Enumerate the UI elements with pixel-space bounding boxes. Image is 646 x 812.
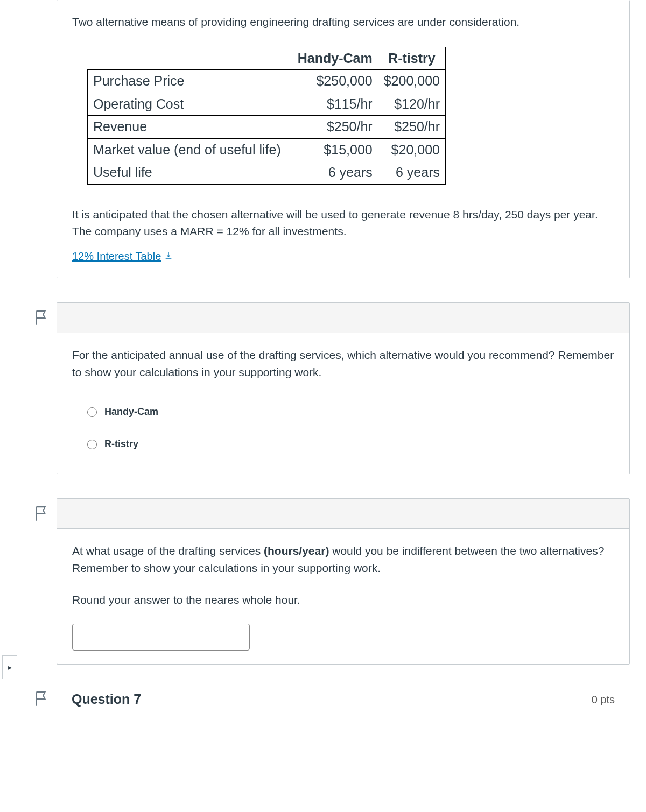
next-question-header: Question 7 0 pts bbox=[57, 689, 630, 710]
round-note: Round your answer to the neares whole ho… bbox=[72, 591, 614, 609]
table-row: Market value (end of useful life) $15,00… bbox=[88, 138, 446, 161]
flag-icon[interactable] bbox=[34, 513, 48, 524]
intro-text: Two alternative means of providing engin… bbox=[72, 13, 614, 31]
download-icon bbox=[164, 248, 173, 264]
next-question-pts: 0 pts bbox=[592, 691, 615, 708]
table-row: Operating Cost $115/hr $120/hr bbox=[88, 93, 446, 116]
table-row: Revenue $250/hr $250/hr bbox=[88, 116, 446, 139]
flag-icon[interactable] bbox=[34, 698, 48, 709]
alternatives-table: Handy-Cam R-tistry Purchase Price $250,0… bbox=[87, 47, 446, 185]
option-label: R-tistry bbox=[104, 437, 138, 451]
radio-handy-cam[interactable] bbox=[87, 407, 97, 417]
flag-icon[interactable] bbox=[34, 317, 48, 328]
hours-input[interactable] bbox=[72, 624, 250, 651]
assumption-text: It is anticipated that the chosen altern… bbox=[72, 206, 614, 240]
table-row: Purchase Price $250,000 $200,000 bbox=[88, 70, 446, 93]
table-header-handy-cam: Handy-Cam bbox=[292, 47, 378, 70]
table-header-r-tistry: R-tistry bbox=[378, 47, 445, 70]
link-label: 12% Interest Table bbox=[72, 248, 161, 264]
table-row: Useful life 6 years 6 years bbox=[88, 161, 446, 185]
question-header bbox=[57, 499, 629, 529]
option-label: Handy-Cam bbox=[104, 405, 158, 419]
question-header bbox=[57, 303, 629, 333]
interest-table-link[interactable]: 12% Interest Table bbox=[72, 248, 173, 264]
sidebar-toggle[interactable]: ▸ bbox=[2, 655, 17, 679]
question-recommend-text: For the anticipated annual use of the dr… bbox=[72, 347, 614, 380]
answer-option-handy-cam[interactable]: Handy-Cam bbox=[72, 396, 614, 428]
question-recommend-box: For the anticipated annual use of the dr… bbox=[57, 302, 630, 474]
radio-r-tistry[interactable] bbox=[87, 440, 97, 449]
answer-option-r-tistry[interactable]: R-tistry bbox=[72, 428, 614, 460]
problem-statement-box: Two alternative means of providing engin… bbox=[57, 0, 630, 278]
next-question-label: Question 7 bbox=[72, 689, 141, 710]
question-indifference-text: At what usage of the drafting services (… bbox=[72, 542, 614, 576]
caret-right-icon: ▸ bbox=[8, 662, 12, 673]
question-indifference-box: At what usage of the drafting services (… bbox=[57, 498, 630, 665]
